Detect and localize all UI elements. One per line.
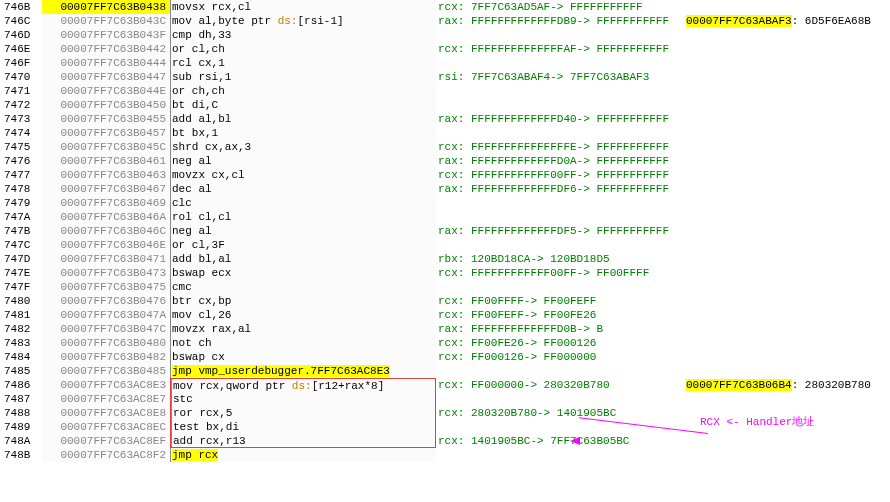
target-info [684, 406, 890, 420]
disasm-row[interactable]: 746F00007FF7C63B0444rcl cx,1 [0, 56, 890, 70]
disasm-row[interactable]: 746B00007FF7C63B0438movsx rcx,clrcx: 7FF… [0, 0, 890, 14]
address: 00007FF7C63B0467 [42, 182, 170, 196]
address: 00007FF7C63B0485 [42, 364, 170, 378]
disasm-row[interactable]: 747600007FF7C63B0461neg alrax: FFFFFFFFF… [0, 154, 890, 168]
register-info: rcx: FFFFFFFFFFFFFFAF-> FFFFFFFFFFF [436, 42, 684, 56]
instruction: not ch [170, 336, 436, 350]
address: 00007FF7C63B047C [42, 322, 170, 336]
instruction: mov al,byte ptr ds:[rsi-1] [170, 14, 436, 28]
disasm-row[interactable]: 748000007FF7C63B0476btr cx,bprcx: FF00FF… [0, 294, 890, 308]
target-info: 00007FF7C63B06B4: 280320B780 [684, 378, 890, 392]
register-info: rcx: FFFFFFFFFFFF00FF-> FF00FFFF [436, 266, 684, 280]
annotation-arrow-head [570, 437, 580, 445]
address: 00007FF7C63B043C [42, 14, 170, 28]
disasm-row[interactable]: 746D00007FF7C63B043Fcmp dh,33 [0, 28, 890, 42]
disasm-row[interactable]: 747A00007FF7C63B046Arol cl,cl [0, 210, 890, 224]
row-index: 7470 [0, 70, 42, 84]
row-index: 7475 [0, 140, 42, 154]
row-index: 746B [0, 0, 42, 14]
target-info [684, 154, 890, 168]
register-info [436, 448, 684, 462]
disasm-row[interactable]: 748700007FF7C63AC8E7stc [0, 392, 890, 406]
disasm-row[interactable]: 748900007FF7C63AC8ECtest bx,di [0, 420, 890, 434]
row-index: 7473 [0, 112, 42, 126]
instruction: bswap cx [170, 350, 436, 364]
disasm-row[interactable]: 748300007FF7C63B0480not chrcx: FF00FE26-… [0, 336, 890, 350]
address: 00007FF7C63AC8E7 [42, 392, 170, 406]
target-info [684, 70, 890, 84]
target-info [684, 182, 890, 196]
row-index: 7483 [0, 336, 42, 350]
disasm-row[interactable]: 748500007FF7C63B0485jmp vmp_userdebugger… [0, 364, 890, 378]
target-info [684, 308, 890, 322]
address: 00007FF7C63AC8F2 [42, 448, 170, 462]
disasm-row[interactable]: 747400007FF7C63B0457bt bx,1 [0, 126, 890, 140]
target-info [684, 28, 890, 42]
disasm-row[interactable]: 747500007FF7C63B045Cshrd cx,ax,3rcx: FFF… [0, 140, 890, 154]
disasm-row[interactable]: 747700007FF7C63B0463movzx cx,clrcx: FFFF… [0, 168, 890, 182]
disasm-row[interactable]: 748100007FF7C63B047Amov cl,26rcx: FF00FE… [0, 308, 890, 322]
address: 00007FF7C63B0482 [42, 350, 170, 364]
instruction: or ch,ch [170, 84, 436, 98]
register-info: rax: FFFFFFFFFFFFFDF5-> FFFFFFFFFFF [436, 224, 684, 238]
row-index: 747E [0, 266, 42, 280]
disasm-row[interactable]: 747300007FF7C63B0455add al,blrax: FFFFFF… [0, 112, 890, 126]
disasm-row[interactable]: 746C00007FF7C63B043Cmov al,byte ptr ds:[… [0, 14, 890, 28]
target-info [684, 98, 890, 112]
instruction: bt bx,1 [170, 126, 436, 140]
disasm-row[interactable]: 748A00007FF7C63AC8EFadd rcx,r13rcx: 1401… [0, 434, 890, 448]
disasm-row[interactable]: 747C00007FF7C63B046Eor cl,3F [0, 238, 890, 252]
disasm-row[interactable]: 748600007FF7C63AC8E3mov rcx,qword ptr ds… [0, 378, 890, 392]
instruction: clc [170, 196, 436, 210]
register-info [436, 28, 684, 42]
disasm-row[interactable]: 747100007FF7C63B044Eor ch,ch [0, 84, 890, 98]
disassembly-view[interactable]: 746B00007FF7C63B0438movsx rcx,clrcx: 7FF… [0, 0, 890, 462]
address: 00007FF7C63B0450 [42, 98, 170, 112]
instruction: bswap ecx [170, 266, 436, 280]
register-info [436, 84, 684, 98]
instruction: movzx cx,cl [170, 168, 436, 182]
register-info: rcx: FF00FE26-> FF000126 [436, 336, 684, 350]
target-info [684, 420, 890, 434]
disasm-row[interactable]: 748B00007FF7C63AC8F2jmp rcx [0, 448, 890, 462]
row-index: 7479 [0, 196, 42, 210]
instruction: movzx rax,al [170, 322, 436, 336]
target-info [684, 84, 890, 98]
disasm-row[interactable]: 747E00007FF7C63B0473bswap ecxrcx: FFFFFF… [0, 266, 890, 280]
row-index: 7489 [0, 420, 42, 434]
register-info: rcx: 280320B780-> 1401905BC [436, 406, 684, 420]
disasm-row[interactable]: 747D00007FF7C63B0471add bl,alrbx: 120BD1… [0, 252, 890, 266]
row-index: 748A [0, 434, 42, 448]
disasm-row[interactable]: 747800007FF7C63B0467dec alrax: FFFFFFFFF… [0, 182, 890, 196]
row-index: 747A [0, 210, 42, 224]
row-index: 7488 [0, 406, 42, 420]
row-index: 746F [0, 56, 42, 70]
address: 00007FF7C63B045C [42, 140, 170, 154]
disasm-row[interactable]: 746E00007FF7C63B0442or cl,chrcx: FFFFFFF… [0, 42, 890, 56]
instruction: jmp rcx [170, 448, 436, 462]
disasm-row[interactable]: 747F00007FF7C63B0475cmc [0, 280, 890, 294]
address: 00007FF7C63B0476 [42, 294, 170, 308]
target-info [684, 112, 890, 126]
target-info: 00007FF7C63ABAF3: 6D5F6EA68B [684, 14, 890, 28]
address: 00007FF7C63B043F [42, 28, 170, 42]
register-info: rcx: FF00FEFF-> FF00FE26 [436, 308, 684, 322]
address: 00007FF7C63B0444 [42, 56, 170, 70]
address: 00007FF7C63B046A [42, 210, 170, 224]
disasm-row[interactable]: 747000007FF7C63B0447sub rsi,1rsi: 7FF7C6… [0, 70, 890, 84]
disasm-row[interactable]: 747200007FF7C63B0450bt di,C [0, 98, 890, 112]
disasm-row[interactable]: 748200007FF7C63B047Cmovzx rax,alrax: FFF… [0, 322, 890, 336]
target-info [684, 434, 890, 448]
target-info [684, 210, 890, 224]
disasm-row[interactable]: 747900007FF7C63B0469clc [0, 196, 890, 210]
address: 00007FF7C63B044E [42, 84, 170, 98]
disasm-row[interactable]: 748400007FF7C63B0482bswap cxrcx: FF00012… [0, 350, 890, 364]
disasm-row[interactable]: 747B00007FF7C63B046Cneg alrax: FFFFFFFFF… [0, 224, 890, 238]
instruction: cmp dh,33 [170, 28, 436, 42]
target-info [684, 0, 890, 14]
disasm-row[interactable]: 748800007FF7C63AC8E8ror rcx,5rcx: 280320… [0, 406, 890, 420]
row-index: 747D [0, 252, 42, 266]
row-index: 746C [0, 14, 42, 28]
target-info [684, 322, 890, 336]
register-info: rax: FFFFFFFFFFFFFD0B-> B [436, 322, 684, 336]
